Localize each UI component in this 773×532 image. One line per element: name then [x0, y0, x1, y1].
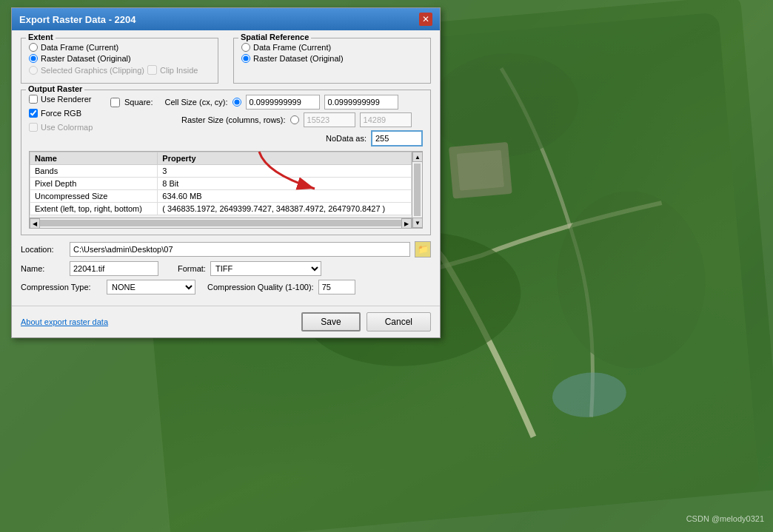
extent-data-frame-label: Data Frame (Current): [41, 43, 118, 52]
cancel-button[interactable]: Cancel: [367, 312, 431, 331]
close-button[interactable]: ✕: [419, 13, 432, 26]
name-label: Name:: [21, 264, 65, 273]
raster-rows-input[interactable]: 14289: [360, 112, 412, 127]
clip-inside-label: Clip Inside: [160, 66, 198, 75]
output-checkboxes: Use Renderer Force RGB Use Colormap: [29, 95, 103, 134]
sr-raster-dataset-row: Raster Dataset (Original): [241, 54, 423, 63]
use-renderer-checkbox[interactable]: [29, 95, 38, 104]
table-cell-name: Uncompressed Size: [30, 190, 158, 203]
cell-size-area: Square: Cell Size (cx, cy): 0.0999999999…: [110, 95, 423, 147]
table-cell-property: ( 346835.1972, 2649399.7427, 348387.4972…: [158, 203, 412, 215]
scroll-up-btn[interactable]: ▲: [412, 152, 423, 162]
sr-data-frame-label: Data Frame (Current): [253, 43, 331, 52]
svg-rect-7: [457, 150, 504, 191]
output-raster-section: Output Raster Use Renderer Force RGB Use…: [21, 90, 431, 235]
cell-size-y-input[interactable]: 0.0999999999: [324, 95, 398, 110]
dialog-title: Export Raster Data - 2204: [19, 14, 136, 25]
scroll-left-btn[interactable]: ◀: [30, 218, 40, 229]
horizontal-scrollbar[interactable]: ◀ ▶: [30, 218, 412, 228]
compression-quality-input[interactable]: 75: [318, 280, 355, 294]
name-input[interactable]: 22041.tif: [70, 261, 158, 276]
buttons-group: Save Cancel: [301, 312, 431, 331]
col-name-header: Name: [30, 152, 158, 165]
watermark: CSDN @melody0321: [686, 514, 764, 523]
top-sections: Extent Data Frame (Current) Raster Datas…: [21, 38, 431, 84]
location-row: Location: C:\Users\admin\Desktop\07 📁: [21, 241, 431, 257]
browse-folder-button[interactable]: 📁: [415, 241, 431, 257]
nodata-label: NoData as:: [326, 134, 367, 143]
spatial-reference-section: Spatial Reference Data Frame (Current) R…: [233, 38, 431, 84]
use-colormap-label: Use Colormap: [41, 123, 93, 132]
extent-raster-dataset-row: Raster Dataset (Original): [29, 54, 210, 63]
export-raster-dialog: Export Raster Data - 2204 ✕ Extent Data …: [11, 7, 441, 338]
vertical-scrollbar[interactable]: ▲ ▼: [412, 152, 422, 228]
table-cell-name: Bands: [30, 165, 158, 178]
extent-raster-dataset-label: Raster Dataset (Original): [41, 54, 131, 63]
extent-section: Extent Data Frame (Current) Raster Datas…: [21, 38, 218, 84]
table-row: Extent (left, top, right, bottom)( 34683…: [30, 203, 412, 215]
square-label: Square:: [124, 98, 153, 107]
extent-label: Extent: [26, 33, 56, 41]
raster-cols-input[interactable]: 15523: [304, 112, 355, 127]
about-link[interactable]: About export raster data: [21, 317, 108, 326]
property-table-body: Bands3Pixel Depth8 BitUncompressed Size6…: [30, 165, 412, 215]
col-property-header: Property: [158, 152, 412, 165]
table-row: Pixel Depth8 Bit: [30, 178, 412, 190]
compression-quality-label: Compression Quality (1-100):: [207, 283, 314, 292]
format-select[interactable]: TIFF BMP JPEG PNG: [210, 261, 321, 276]
force-rgb-label: Force RGB: [41, 109, 81, 118]
output-raster-label: Output Raster: [26, 84, 84, 93]
sr-raster-dataset-radio[interactable]: [241, 54, 250, 63]
extent-selected-graphics-radio: [29, 66, 38, 75]
extent-selected-graphics-row: Selected Graphics (Clipping) Clip Inside: [29, 65, 210, 75]
cell-size-radio[interactable]: [232, 98, 241, 107]
save-button[interactable]: Save: [301, 312, 360, 331]
raster-size-radio[interactable]: [290, 115, 299, 124]
table-cell-property: 3: [158, 165, 412, 178]
compression-row: Compression Type: NONE LZW JPEG DEFLATE …: [21, 280, 431, 294]
dialog-footer: About export raster data Save Cancel: [12, 306, 440, 337]
force-rgb-row: Force RGB: [29, 109, 103, 118]
clip-inside-checkbox: [147, 65, 157, 75]
scroll-down-btn[interactable]: ▼: [412, 218, 423, 228]
scroll-right-btn[interactable]: ▶: [401, 218, 412, 229]
property-table-wrapper: Name Property Bands3Pixel Depth8 BitUnco…: [29, 151, 423, 229]
table-row: Bands3: [30, 165, 412, 178]
use-colormap-checkbox: [29, 123, 38, 132]
use-colormap-row: Use Colormap: [29, 123, 103, 132]
compression-select[interactable]: NONE LZW JPEG DEFLATE: [107, 280, 195, 294]
force-rgb-checkbox[interactable]: [29, 109, 38, 118]
sr-data-frame-radio[interactable]: [241, 43, 250, 52]
extent-raster-dataset-radio[interactable]: [29, 54, 38, 63]
cell-size-label: Cell Size (cx, cy):: [165, 98, 228, 107]
h-scroll-thumb: [40, 220, 401, 226]
property-table: Name Property Bands3Pixel Depth8 BitUnco…: [30, 152, 412, 215]
table-row: Uncompressed Size634.60 MB: [30, 190, 412, 203]
extent-selected-graphics-label: Selected Graphics (Clipping): [41, 66, 144, 75]
use-renderer-label: Use Renderer: [41, 95, 91, 104]
name-format-row: Name: 22041.tif Format: TIFF BMP JPEG PN…: [21, 261, 431, 276]
table-cell-name: Pixel Depth: [30, 178, 158, 190]
sr-data-frame-row: Data Frame (Current): [241, 43, 423, 52]
spatial-reference-label: Spatial Reference: [238, 33, 311, 41]
compression-label: Compression Type:: [21, 283, 102, 292]
table-cell-property: 8 Bit: [158, 178, 412, 190]
use-renderer-row: Use Renderer: [29, 95, 103, 104]
dialog-body: Extent Data Frame (Current) Raster Datas…: [12, 30, 440, 306]
nodata-input[interactable]: 255: [371, 130, 423, 147]
extent-data-frame-row: Data Frame (Current): [29, 43, 210, 52]
table-cell-property: 634.60 MB: [158, 190, 412, 203]
location-label: Location:: [21, 245, 65, 254]
sr-raster-dataset-label: Raster Dataset (Original): [253, 54, 344, 63]
scroll-thumb: [414, 164, 421, 216]
format-label: Format:: [178, 264, 206, 273]
dialog-titlebar: Export Raster Data - 2204 ✕: [12, 8, 440, 30]
square-checkbox[interactable]: [110, 98, 120, 107]
table-cell-name: Extent (left, top, right, bottom): [30, 203, 158, 215]
raster-size-label: Raster Size (columns, rows):: [181, 115, 286, 124]
location-input[interactable]: C:\Users\admin\Desktop\07: [70, 242, 410, 257]
cell-size-x-input[interactable]: 0.0999999999: [246, 95, 320, 110]
extent-data-frame-radio[interactable]: [29, 43, 38, 52]
